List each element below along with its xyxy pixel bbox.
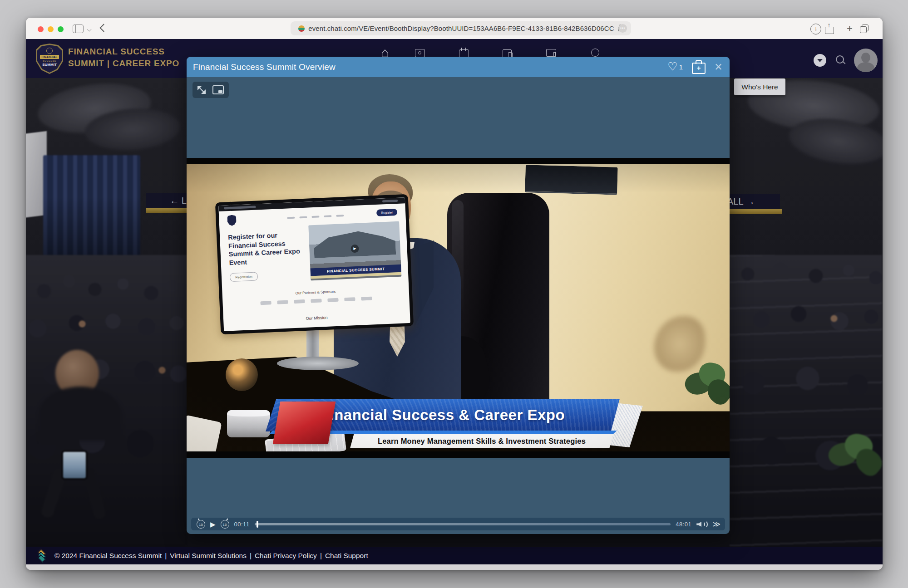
- favorite-button[interactable]: ♡ 1: [667, 61, 683, 73]
- rewind-15-icon[interactable]: 15: [197, 520, 205, 529]
- modal-title: Financial Success Summit Overview: [193, 57, 336, 77]
- downloads-icon[interactable]: ↓: [810, 24, 821, 34]
- whos-here-button[interactable]: Who's Here: [734, 78, 785, 95]
- page-options-icon[interactable]: •••: [618, 24, 627, 33]
- audience-left: [26, 255, 187, 547]
- picture-in-picture-icon[interactable]: [212, 85, 224, 94]
- audience-phone: [61, 450, 88, 480]
- monitor-mission-heading: Our Mission: [223, 312, 410, 324]
- audience-member-shoulders: [39, 387, 121, 441]
- monitor-base: [277, 357, 359, 370]
- event-title-line1: FINANCIAL SUCCESS: [68, 46, 179, 58]
- logo-badge-line1: FINANCIAL: [40, 55, 59, 59]
- monitor-hero-image: ▶ FINANCIAL SUCCESS SUMMIT: [308, 221, 401, 281]
- mac-mini: [227, 410, 270, 437]
- footer: © 2024 Financial Success Summit | Virtua…: [26, 547, 883, 564]
- banner-subtitle: Learn Money Management Skills & Investme…: [378, 437, 586, 446]
- heart-icon: ♡: [667, 61, 677, 72]
- url-text: event.chati.com/VE/Event/BoothDisplay?Bo…: [308, 24, 614, 32]
- site-favicon: [298, 25, 305, 32]
- sidebar-toggle-icon[interactable]: [73, 24, 84, 33]
- logo-badge-line2: SUCCESS: [37, 59, 62, 63]
- office-chair: [447, 193, 549, 412]
- current-time: 00:11: [234, 521, 250, 528]
- monitor-register-button: Register: [376, 209, 398, 216]
- progress-bar[interactable]: [255, 523, 671, 525]
- footer-copyright: © 2024 Financial Success Summit: [54, 552, 162, 560]
- expo-hall-sign-right-bar: [726, 209, 782, 214]
- progress-handle[interactable]: [257, 521, 258, 528]
- monitor-browser-bar: [218, 197, 405, 211]
- window-bottom-strip: [26, 564, 883, 570]
- expo-hall-sign-right[interactable]: ALL →: [726, 194, 780, 209]
- header-dropdown-icon[interactable]: [814, 54, 826, 67]
- modal-titlebar: Financial Success Summit Overview ♡ 1 + …: [187, 57, 730, 77]
- playback-speed-icon[interactable]: ≫: [712, 520, 720, 528]
- volume-icon[interactable]: [696, 520, 707, 528]
- zoom-window-button[interactable]: [58, 26, 64, 32]
- plant: [685, 363, 730, 414]
- monitor-site-logo: [227, 215, 237, 226]
- audience-right: [730, 255, 882, 547]
- lobby-sign-left[interactable]: ← L: [146, 193, 188, 208]
- close-window-button[interactable]: [38, 26, 44, 32]
- plant: [829, 434, 883, 486]
- monitor-heading: Register for our Financial Success Summi…: [228, 230, 301, 267]
- desk-speaker: [226, 358, 258, 391]
- forward-15-icon[interactable]: 15: [221, 520, 229, 529]
- back-button[interactable]: [99, 24, 108, 32]
- minimize-window-button[interactable]: [48, 26, 54, 32]
- event-title: FINANCIAL SUCCESS SUMMIT | CAREER EXPO: [68, 46, 179, 69]
- video-scene: Register Register for our Financial Succ…: [187, 164, 730, 451]
- share-icon[interactable]: ↑: [825, 27, 834, 34]
- monitor-registration-button: Registration: [230, 272, 258, 282]
- browser-window: event.chati.com/VE/Event/BoothDisplay?Bo…: [26, 18, 883, 570]
- browser-toolbar: event.chati.com/VE/Event/BoothDisplay?Bo…: [26, 18, 883, 39]
- banner-subtitle-bar: Learn Money Management Skills & Investme…: [350, 434, 613, 448]
- chati-logo-icon: [35, 549, 49, 563]
- booth-video-modal: Register Register for our Financial Succ…: [187, 57, 730, 534]
- monitor-screen: Register Register for our Financial Succ…: [218, 197, 410, 331]
- play-icon[interactable]: ▶: [210, 521, 216, 528]
- duration: 48:01: [676, 521, 691, 528]
- phone-screen: [63, 452, 86, 478]
- footer-privacy-link[interactable]: Chati Privacy Policy: [255, 552, 317, 560]
- banner-red-accent: [273, 402, 336, 444]
- wall-display: [525, 165, 618, 195]
- logo-emblem-icon: [46, 48, 53, 54]
- footer-solutions: Virtual Summit Solutions: [170, 552, 247, 560]
- lower-third-banner: Financial Success & Career Expo Learn Mo…: [266, 397, 637, 450]
- tab-overview-icon[interactable]: [862, 24, 869, 31]
- fullscreen-icon[interactable]: [198, 86, 205, 93]
- new-tab-icon[interactable]: +: [847, 24, 853, 34]
- footer-support-link[interactable]: Chati Support: [325, 552, 368, 560]
- logo-badge-line3: SUMMIT: [37, 63, 62, 67]
- video-view-buttons: [192, 82, 229, 98]
- close-icon[interactable]: ×: [715, 60, 722, 74]
- video-frame[interactable]: Register Register for our Financial Succ…: [187, 158, 730, 458]
- header-search-icon[interactable]: [836, 55, 844, 64]
- lobby-sign-left-bar: [146, 208, 188, 213]
- stage-curtain: [43, 155, 140, 259]
- event-logo[interactable]: FINANCIAL SUCCESS SUMMIT: [36, 44, 63, 74]
- add-to-briefcase-icon[interactable]: +: [692, 63, 706, 74]
- tab-group-chevron-icon[interactable]: [87, 27, 91, 31]
- event-title-line2: SUMMIT | CAREER EXPO: [68, 58, 179, 69]
- video-controls: 15 ▶ 15 00:11 48:01 ≫: [191, 518, 725, 530]
- monitor: Register Register for our Financial Succ…: [215, 194, 414, 334]
- monitor-stand: [306, 328, 319, 359]
- address-bar[interactable]: event.chati.com/VE/Event/BoothDisplay?Bo…: [291, 21, 631, 35]
- favorite-count: 1: [679, 63, 683, 71]
- profile-avatar[interactable]: [854, 49, 878, 72]
